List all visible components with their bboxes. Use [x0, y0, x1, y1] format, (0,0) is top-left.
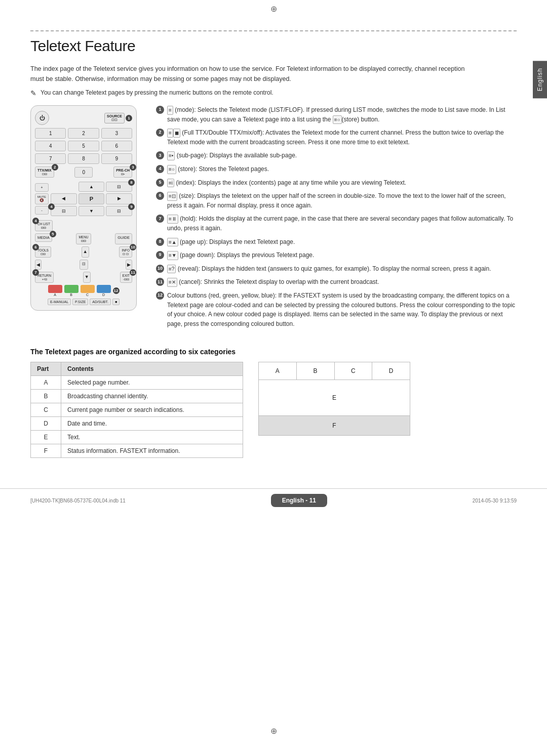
badge-2: 2 [52, 164, 58, 171]
feature-descriptions: 1 ≡ (mode): Selects the Teletext mode (L… [156, 105, 517, 332]
desc-num-5: 5 [156, 179, 164, 187]
desc-text-4: ≡○ (store): Stores the Teletext pages. [167, 164, 269, 174]
number-grid: 1 2 3 4 5 6 7 8 9 [35, 128, 132, 164]
source-label: SOURCE [107, 114, 122, 118]
table-header-row: Part Contents [31, 362, 243, 376]
content-b: Broadcasting channel identity. [61, 390, 243, 403]
desc-item-5: 5 ≡i (index): Displays the index (conten… [156, 178, 517, 188]
desc-item-8: 8 ≡▲ (page up): Displays the next Telete… [156, 237, 517, 247]
bottom-registration-mark: ⊕ [270, 726, 277, 736]
tele-middle-e: E [259, 380, 410, 416]
power-button: ⏻ [35, 111, 49, 125]
badge-10: 10 [130, 244, 136, 250]
arrow-right-btn: ▶ [126, 260, 132, 270]
table-row: D Date and time. [31, 417, 243, 431]
badge-8: 8 [128, 179, 135, 186]
arrow-left-btn: ◀ [35, 260, 42, 270]
tele-cell-c: C [335, 362, 373, 380]
mute-button: MUTE 🔇 [35, 193, 49, 204]
desc-num-2: 2 [156, 129, 164, 137]
desc-text-3: ≡• (sub-page): Displays the available su… [167, 151, 297, 160]
desc-num-9: 9 [156, 251, 164, 259]
table-row: E Text. [31, 431, 243, 444]
color-btn-b [64, 285, 79, 293]
tele-cell-a: A [259, 362, 297, 380]
desc-item-4: 4 ≡○ (store): Stores the Teletext pages. [156, 164, 517, 174]
desc-item-7: 7 ≡⏸ (hold): Holds the display at the cu… [156, 214, 517, 233]
main-content: Teletext Feature The index page of the T… [30, 37, 517, 488]
nav-cluster: ▲ ⊟ 8 ◀ P ▶ ⊟ 4 ▼ [51, 180, 132, 218]
content-f: Status information. FASTEXT information. [61, 444, 243, 458]
table-row: C Current page number or search indicati… [31, 403, 243, 417]
num-btn-7: 7 [35, 153, 66, 164]
table-row: A Selected page number. [31, 376, 243, 390]
chlist-row: CH LIST ⊟⊟ 4 [35, 220, 132, 231]
num-btn-5: 5 [68, 141, 99, 151]
arrow-up-btn: ▲ [82, 246, 89, 258]
desc-item-12: 12 Colour buttons (red, green, yellow, b… [156, 291, 517, 328]
nav-center-p: P [79, 193, 105, 204]
badge-6: 6 [32, 244, 39, 250]
num-btn-0: 0 [74, 167, 93, 178]
media-menu-row: MEDIA 5 MENU ⊟⊟ GUIDE [35, 233, 132, 244]
content-c: Current page number or search indication… [61, 403, 243, 417]
remote-control: ⏻ SOURCE ⊡⊡ 1 1 2 3 4 5 [30, 105, 137, 311]
desc-text-6: ≡⊡ (size): Displays the teletext on the … [167, 191, 517, 210]
vol-up-button: + [35, 183, 49, 192]
adsubt-button: AD/SUBT. [90, 299, 111, 305]
desc-item-10: 10 ≡? (reveal): Displays the hidden text… [156, 264, 517, 274]
badge-4b: 4 [32, 218, 39, 224]
footer-left: [UH4200-TK]BN68-05737E-00L04.indb 11 [30, 498, 126, 503]
badge-4: 4 [48, 203, 55, 210]
return-exit-row: RETURN ↩⊟ 7 ▼ EXIT -⊟⊟ 11 [35, 272, 132, 283]
part-e: E [31, 431, 61, 444]
arrow-down-btn: ▼ [83, 272, 91, 283]
tele-top-row: A B C D [259, 362, 410, 380]
desc-text-12: Colour buttons (red, green, yellow, blue… [167, 291, 517, 328]
badge-12: 12 [113, 287, 120, 294]
part-f: F [31, 444, 61, 458]
color-btn-a [48, 285, 62, 293]
teletext-diagram: A B C D E F [258, 362, 410, 436]
num-btn-3: 3 [101, 128, 132, 139]
table-title: The Teletext pages are organized accordi… [30, 348, 517, 356]
color-buttons-row: A B C D 12 [35, 285, 132, 297]
vol-down-button: - [35, 206, 49, 215]
tele-cell-b: B [297, 362, 335, 380]
footer-center: English - 11 [271, 494, 327, 507]
nav-down: ▼ [79, 206, 105, 216]
desc-num-6: 6 [156, 192, 164, 200]
extra-btn: ■ [112, 299, 120, 305]
desc-item-1: 1 ≡ (mode): Selects the Teletext mode (L… [156, 105, 517, 124]
playback-row: ◀ ⊡ ▶ [35, 260, 132, 270]
content-d: Date and time. [61, 417, 243, 431]
num-btn-1: 1 [35, 128, 66, 139]
part-b: B [31, 390, 61, 403]
vol-nav-row: + MUTE 🔇 - ▲ ⊟ [35, 180, 132, 218]
desc-item-11: 11 ≡✕ (cancel): Shrinks the Teletext dis… [156, 277, 517, 287]
desc-num-1: 1 [156, 106, 164, 114]
desc-item-3: 3 ≡• (sub-page): Displays the available … [156, 151, 517, 160]
ttxmix-button: TTX/MIX ⊡⊟ [35, 166, 54, 178]
table-section: The Teletext pages are organized accordi… [30, 348, 517, 458]
desc-text-7: ≡⏸ (hold): Holds the display at the curr… [167, 214, 517, 233]
table-body: A Selected page number. B Broadcasting c… [31, 376, 243, 458]
desc-num-3: 3 [156, 151, 164, 159]
menu-button: MENU ⊟⊟ [76, 233, 91, 244]
remote-illustration: ⏻ SOURCE ⊡⊡ 1 1 2 3 4 5 [30, 105, 142, 332]
content-a: Selected page number. [61, 376, 243, 390]
table-layout: Part Contents A Selected page number. B … [30, 362, 517, 458]
section-divider [30, 30, 517, 31]
desc-text-2: ≡◼ (Full TTX/Double TTX/mix/off): Activa… [167, 128, 517, 147]
psize-button: P.SIZE [72, 299, 88, 305]
tools-info-row: TOOLS ⊡⊟ 6 ▲ INFO ⊡ ⊡ 10 [35, 246, 132, 258]
num-btn-4: 4 [35, 141, 66, 151]
desc-text-9: ≡▼ (page down): Displays the previous Te… [167, 250, 314, 260]
categories-table: Part Contents A Selected page number. B … [30, 362, 243, 458]
feature-layout: ⏻ SOURCE ⊡⊡ 1 1 2 3 4 5 [30, 105, 517, 332]
num-btn-2: 2 [68, 128, 99, 139]
col-contents: Contents [61, 362, 243, 376]
source-button: SOURCE ⊡⊡ [104, 113, 125, 123]
intro-paragraph: The index page of the Teletext service g… [30, 64, 466, 84]
desc-num-4: 4 [156, 165, 164, 173]
